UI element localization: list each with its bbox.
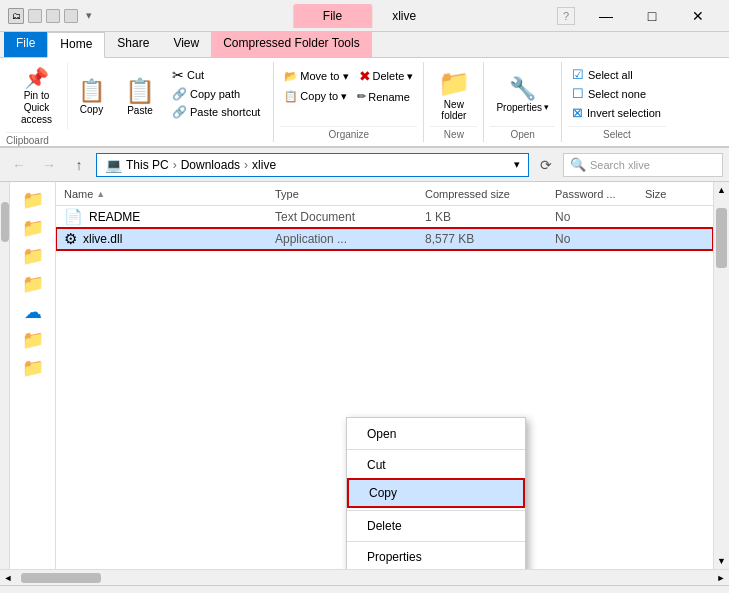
- path-sep-2: ›: [244, 158, 248, 172]
- nav-folder-5[interactable]: 📁: [22, 329, 44, 351]
- col-type-header[interactable]: Type: [275, 188, 425, 200]
- ribbon-group-clipboard: 📌 Pin to Quickaccess 📋 Copy 📋 Paste: [0, 62, 274, 142]
- col-size-header[interactable]: Size: [645, 188, 705, 200]
- col-name-header[interactable]: Name ▲: [64, 188, 275, 200]
- minimize-button[interactable]: —: [583, 0, 629, 32]
- select-none-button[interactable]: ☐ Select none: [568, 85, 650, 102]
- title-dropdown[interactable]: ▾: [86, 9, 92, 22]
- new-folder-button[interactable]: 📁 Newfolder: [432, 64, 476, 125]
- shortcut-icon: 🔗: [172, 105, 187, 119]
- help-btn[interactable]: ?: [557, 7, 575, 25]
- ctx-copy[interactable]: Copy: [347, 478, 525, 508]
- nav-cloud[interactable]: ☁: [24, 301, 42, 323]
- status-bar: 2 items 1 item selected 14.7 MB ⊞ ≡: [0, 585, 729, 593]
- search-placeholder: Search xlive: [590, 159, 650, 171]
- close-button[interactable]: ✕: [675, 0, 721, 32]
- readme-compressed: 1 KB: [425, 210, 555, 224]
- search-icon: 🔍: [570, 157, 586, 172]
- nav-folder-2[interactable]: 📁: [22, 217, 44, 239]
- file-row-readme[interactable]: 📄 README Text Document 1 KB No: [56, 206, 713, 228]
- tab-compressed-folder-tools[interactable]: Compressed Folder Tools: [211, 32, 372, 57]
- path-part-2[interactable]: Downloads: [181, 158, 240, 172]
- readme-type: Text Document: [275, 210, 425, 224]
- hscroll-track[interactable]: [16, 573, 713, 583]
- hscroll-left-button[interactable]: ◄: [0, 570, 16, 586]
- invert-selection-button[interactable]: ⊠ Invert selection: [568, 104, 665, 121]
- up-button[interactable]: ↑: [66, 152, 92, 178]
- properties-button[interactable]: 🔧 Properties ▾: [490, 72, 555, 117]
- hscroll-right-button[interactable]: ►: [713, 570, 729, 586]
- title-bar-left: 🗂 ▾: [8, 8, 557, 24]
- window-icon: 🗂: [8, 8, 24, 24]
- hscroll-thumb[interactable]: [21, 573, 101, 583]
- nav-folder-1[interactable]: 📁: [22, 189, 44, 211]
- pin-icon: 📌: [24, 66, 49, 90]
- ctx-sep-2: [347, 510, 525, 511]
- forward-button[interactable]: →: [36, 152, 62, 178]
- ribbon-group-organize: 📂 Move to ▾ ✖ Delete ▾ 📋 Copy to ▾ ✏ Ren…: [274, 62, 424, 142]
- tab-view[interactable]: View: [161, 32, 211, 57]
- clipboard-group-label: Clipboard: [6, 132, 49, 148]
- address-bar: ← → ↑ 💻 This PC › Downloads › xlive ▾ ⟳ …: [0, 148, 729, 182]
- vertical-scrollbar[interactable]: ▲ ▼: [713, 182, 729, 569]
- horizontal-scrollbar[interactable]: ◄ ►: [0, 569, 729, 585]
- tab-area: File xlive: [293, 4, 436, 28]
- quick-access-3: [64, 9, 78, 23]
- copy-path-button[interactable]: 🔗 Copy path: [169, 86, 263, 102]
- scroll-down-button[interactable]: ▼: [714, 553, 729, 569]
- nav-folder-4[interactable]: 📁: [22, 273, 44, 295]
- select-none-icon: ☐: [572, 86, 584, 101]
- scroll-track[interactable]: [714, 198, 729, 553]
- pin-to-quick-access-button[interactable]: 📌 Pin to Quickaccess: [6, 62, 68, 130]
- scroll-thumb[interactable]: [716, 208, 727, 268]
- properties-icon: 🔧: [509, 76, 536, 102]
- delete-button[interactable]: ✖ Delete ▾: [355, 66, 418, 86]
- maximize-button[interactable]: □: [629, 0, 675, 32]
- file-row-xlive[interactable]: ⚙ xlive.dll Application ... 8,577 KB No: [56, 228, 713, 250]
- back-button[interactable]: ←: [6, 152, 32, 178]
- properties-label: Properties ▾: [496, 102, 549, 113]
- tab-extract[interactable]: File: [293, 4, 372, 28]
- ctx-properties[interactable]: Properties: [347, 544, 525, 569]
- ctx-open[interactable]: Open: [347, 421, 525, 447]
- ribbon-tabs: File Home Share View Compressed Folder T…: [0, 32, 729, 58]
- tab-share[interactable]: Share: [105, 32, 161, 57]
- paste-button[interactable]: 📋 Paste: [119, 73, 161, 120]
- select-all-button[interactable]: ☑ Select all: [568, 66, 637, 83]
- computer-icon: 💻: [105, 157, 122, 173]
- tab-file[interactable]: File: [4, 32, 47, 57]
- paste-label: Paste: [127, 105, 153, 116]
- address-path[interactable]: 💻 This PC › Downloads › xlive ▾: [96, 153, 529, 177]
- window-title: xlive: [372, 4, 436, 28]
- copy-to-button[interactable]: 📋 Copy to ▾: [280, 89, 351, 104]
- xlive-type: Application ...: [275, 232, 425, 246]
- path-part-3[interactable]: xlive: [252, 158, 276, 172]
- title-bar: 🗂 ▾ File xlive ? — □ ✕: [0, 0, 729, 32]
- nav-folder-6[interactable]: 📁: [22, 357, 44, 379]
- ribbon-group-select: ☑ Select all ☐ Select none ⊠ Invert sele…: [562, 62, 672, 142]
- path-dropdown-icon[interactable]: ▾: [514, 158, 520, 171]
- nav-folder-3[interactable]: 📁: [22, 245, 44, 267]
- quick-access-1: [28, 9, 42, 23]
- col-password-header[interactable]: Password ...: [555, 188, 645, 200]
- tab-home[interactable]: Home: [47, 32, 105, 58]
- nav-pane: 📁 📁 📁 📁 ☁ 📁 📁: [10, 182, 56, 569]
- refresh-button[interactable]: ⟳: [533, 152, 559, 178]
- open-group-label: Open: [490, 126, 555, 142]
- new-group-label: New: [430, 126, 477, 142]
- left-scroll-thumb[interactable]: [1, 202, 9, 242]
- move-to-button[interactable]: 📂 Move to ▾: [280, 66, 352, 86]
- readme-name: README: [89, 210, 275, 224]
- copy-button[interactable]: 📋 Copy: [72, 74, 111, 119]
- window-controls: ? — □ ✕: [557, 0, 721, 32]
- ctx-delete[interactable]: Delete: [347, 513, 525, 539]
- search-box[interactable]: 🔍 Search xlive: [563, 153, 723, 177]
- col-compressed-header[interactable]: Compressed size: [425, 188, 555, 200]
- paste-shortcut-button[interactable]: 🔗 Paste shortcut: [169, 104, 263, 120]
- ctx-cut[interactable]: Cut: [347, 452, 525, 478]
- rename-button[interactable]: ✏ Rename: [353, 89, 414, 104]
- cut-button[interactable]: ✂ Cut: [169, 66, 263, 84]
- move-icon: 📂: [284, 70, 298, 83]
- scroll-up-button[interactable]: ▲: [714, 182, 729, 198]
- path-part-1[interactable]: This PC: [126, 158, 169, 172]
